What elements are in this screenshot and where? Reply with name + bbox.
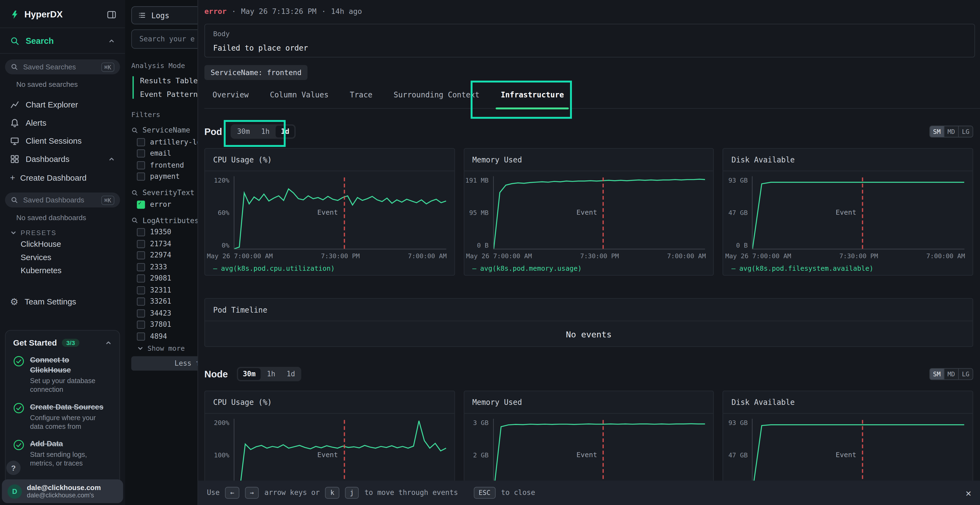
event-marker-label: Event [577,208,597,217]
k-key: k [325,487,339,499]
sidebar-item-services[interactable]: Services [0,251,125,264]
size-lg[interactable]: LG [958,368,973,379]
y-tick: 93 GB [729,176,748,184]
pod-memory-chart[interactable]: Event [493,176,705,249]
create-dashboard-button[interactable]: + Create Dashboard [0,168,125,187]
analysis-mode-options: Results Table Event Patterns [132,76,202,99]
size-md[interactable]: MD [944,126,958,137]
chart-card-pod-cpu: CPU Usage (%) 120% 60% 0% Event May 26 7… [204,148,455,276]
checkbox[interactable] [137,263,145,271]
x-axis-ticks: May 26 7:00:00 AM 7:30:00 PM 7:00:00 AM [464,249,713,260]
filter-option-label: 34423 [150,309,171,317]
user-menu[interactable]: D dale@clickhouse.com dale@clickhouse.co… [2,480,123,503]
range-1h[interactable]: 1h [256,125,275,137]
checkbox[interactable] [137,309,145,317]
get-started-item-title: Add Data [30,439,106,449]
checkbox[interactable] [137,228,145,237]
get-started-header[interactable]: Get Started 3/3 [13,338,112,348]
checkbox[interactable] [137,161,145,169]
no-saved-dashboards-text: No saved dashboards [16,214,125,221]
checkbox[interactable] [137,150,145,158]
node-section-header: Node 30m 1h 1d SM MD LG [204,364,973,384]
checkbox[interactable] [137,275,145,283]
chart-title: Disk Available [723,149,972,172]
checkbox[interactable] [137,332,145,340]
collapse-sidebar-icon[interactable] [107,10,116,19]
pod-timeline-title: Pod Timeline [205,299,972,321]
checkbox-checked[interactable] [137,200,145,209]
checkbox[interactable] [137,251,145,260]
pod-disk-chart[interactable]: Event [752,176,964,249]
pod-section-title: Pod [204,126,222,137]
sidebar-item-dashboards[interactable]: Dashboards [0,150,125,168]
filter-group-name: LogAttributes [142,216,199,225]
size-md[interactable]: MD [944,368,958,379]
x-axis-ticks: May 26 7:00:00 AM 7:30:00 PM 7:00:00 AM [205,249,454,260]
range-30m[interactable]: 30m [232,125,255,137]
chart-title: CPU Usage (%) [205,391,454,414]
check-circle-icon [13,402,24,414]
chart-title: Disk Available [723,391,972,414]
range-1d[interactable]: 1d [282,368,300,380]
sidebar-item-search[interactable]: Search [0,28,125,53]
tab-column-values[interactable]: Column Values [269,87,330,108]
sidebar-item-kubernetes[interactable]: Kubernetes [0,264,125,277]
get-started-item-add-data[interactable]: Add Data Start sending logs, metrics, or… [13,439,112,468]
checkbox[interactable] [137,173,145,181]
size-sm[interactable]: SM [930,126,944,137]
sidebar-item-chart-explorer[interactable]: Chart Explorer [0,95,125,114]
source-select-label: Logs [151,11,169,20]
help-button[interactable]: ? [6,461,21,475]
mode-results-table[interactable]: Results Table [140,76,202,85]
chevron-down-icon [137,345,144,351]
checkbox[interactable] [137,286,145,294]
range-1d[interactable]: 1d [276,125,294,137]
checkbox[interactable] [137,138,145,146]
tab-infrastructure[interactable]: Infrastructure [500,87,565,108]
body-label: Body [213,30,966,38]
pod-timeline-card: Pod Timeline No events [204,298,973,347]
grid-icon [10,154,19,164]
checkbox[interactable] [137,298,145,306]
brand-name: HyperDX [24,9,102,19]
range-30m[interactable]: 30m [238,368,261,380]
sidebar-item-team-settings[interactable]: ⚙ Team Settings [0,292,125,311]
saved-dashboards-input[interactable] [22,195,97,204]
hyperdx-logo-icon [10,10,19,19]
range-1h[interactable]: 1h [262,368,280,380]
nav-label: Chart Explorer [25,100,78,110]
sidebar-item-clickhouse[interactable]: ClickHouse [0,238,125,251]
sidebar-item-alerts[interactable]: Alerts [0,114,125,132]
checkbox[interactable] [137,240,145,248]
chevron-up-icon [108,37,115,44]
get-started-item-connect[interactable]: Connect to ClickHouse Set up your databa… [13,356,112,394]
sidebar-item-client-sessions[interactable]: Client Sessions [0,132,125,150]
filter-option-label: 2333 [150,263,167,271]
chevron-up-icon [105,339,112,346]
mode-event-patterns[interactable]: Event Patterns [140,90,202,99]
pod-timeline-empty: No events [205,321,972,348]
event-body-box: Body Failed to place order [204,24,975,57]
tab-surrounding-context[interactable]: Surrounding Context [393,87,481,108]
get-started-item-sources[interactable]: Create Data Sources Configure where your… [13,402,112,431]
presets-toggle[interactable]: PRESETS [10,229,125,237]
pod-cpu-chart[interactable]: Event [234,176,446,249]
x-tick: May 26 7:00:00 AM [466,252,532,260]
tab-overview[interactable]: Overview [211,87,250,108]
pod-charts-row: CPU Usage (%) 120% 60% 0% Event May 26 7… [204,148,973,276]
close-panel-icon[interactable]: ✕ [966,487,971,499]
get-started-item-title: Create Data Sources [30,402,106,412]
size-lg[interactable]: LG [958,126,973,137]
service-name-chip[interactable]: ServiceName: frontend [204,65,308,80]
filter-group-name: ServiceName [142,126,190,134]
shortcut-badge: ⌘K [101,195,115,205]
sidebar: HyperDX Search ⌘K No saved searches [0,0,126,505]
saved-searches-input[interactable] [22,63,97,71]
monitor-icon [10,136,19,146]
y-tick: 47 GB [729,451,748,459]
y-tick: 47 GB [729,209,748,216]
checkbox[interactable] [137,321,145,329]
tab-trace[interactable]: Trace [349,87,374,108]
size-sm[interactable]: SM [930,368,944,379]
filter-option-label: 33261 [150,298,171,306]
